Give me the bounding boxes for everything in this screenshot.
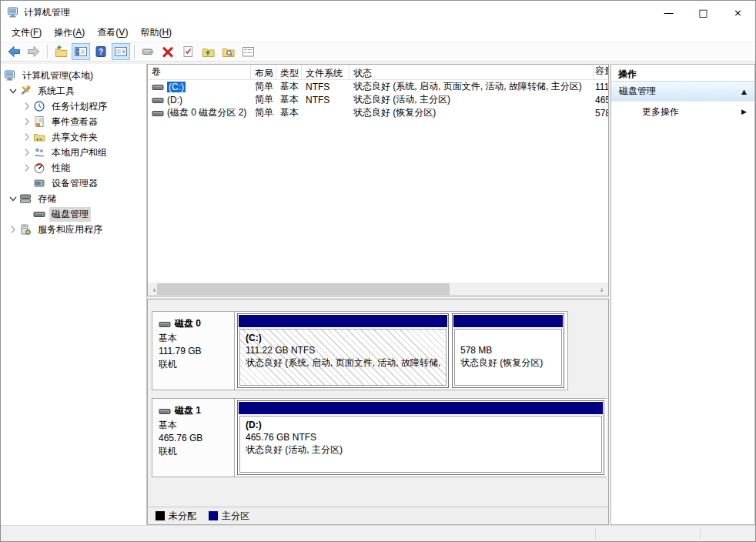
disk-size: 111.79 GB	[159, 345, 229, 358]
disk-1-label[interactable]: 磁盘 1 基本 465.76 GB 联机	[152, 399, 235, 477]
scroll-right-arrow[interactable]: ›	[595, 283, 608, 296]
list-view-button[interactable]	[239, 43, 257, 60]
chevron-right-icon[interactable]	[21, 131, 33, 143]
chevron-right-icon[interactable]	[7, 223, 19, 236]
disk-0-label[interactable]: 磁盘 0 基本 111.79 GB 联机	[152, 312, 235, 390]
volume-icon	[152, 81, 164, 93]
tree-item-computer-management-local[interactable]: 计算机管理(本地)	[1, 68, 146, 83]
back-icon	[7, 45, 21, 58]
status-bar	[1, 525, 755, 541]
disk-icon	[159, 318, 171, 330]
horizontal-scrollbar[interactable]: ‹ ›	[148, 283, 608, 296]
chevron-right-icon[interactable]	[21, 146, 33, 159]
tree-item-local-users-groups[interactable]: 本地用户和组	[1, 145, 146, 160]
column-header-status[interactable]: 状态	[350, 65, 594, 79]
chevron-right-icon[interactable]	[21, 115, 33, 128]
chevron-down-icon[interactable]	[7, 85, 19, 97]
column-header-capacity[interactable]: 容量	[594, 65, 608, 79]
minimize-button[interactable]: —	[651, 1, 686, 24]
check-document-button[interactable]	[179, 43, 197, 60]
partition-recovery[interactable]: 578 MB 状态良好 (恢复分区)	[452, 313, 564, 388]
chevron-right-icon[interactable]	[21, 162, 33, 174]
help-button[interactable]	[92, 43, 110, 60]
tree-item-device-manager[interactable]: 设备管理器	[1, 176, 146, 191]
menu-file[interactable]: 文件(F)	[5, 25, 48, 41]
column-header-volume[interactable]: 卷	[148, 65, 251, 79]
statusbar-separator	[595, 528, 596, 539]
tree-item-shared-folders[interactable]: 共享文件夹	[1, 129, 146, 145]
volume-row-c[interactable]: (C:) 简单 基本 NTFS 状态良好 (系统, 启动, 页面文件, 活动, …	[148, 80, 608, 93]
tree-item-event-viewer[interactable]: 事件查看器	[1, 114, 146, 129]
tree-item-task-scheduler[interactable]: 任务计划程序	[1, 99, 146, 114]
partition-c[interactable]: (C:) 111.22 GB NTFS 状态良好 (系统, 启动, 页面文件, …	[237, 313, 449, 388]
tree-item-system-tools[interactable]: 系统工具	[1, 83, 146, 99]
system-tools-icon	[19, 85, 32, 97]
forward-icon	[27, 45, 41, 58]
computer-management-window: 计算机管理 — □ × 文件(F) 操作(A) 查看(V) 帮助(H)	[0, 0, 756, 542]
center-pane: 卷 布局 类型 文件系统 状态 容量 (C:) 简单 基本 NTFS 状态良好 …	[147, 64, 609, 525]
legend-unallocated: 未分配	[156, 510, 196, 523]
computer-management-app-icon	[7, 6, 19, 18]
help-icon	[95, 45, 107, 58]
volume-row-d[interactable]: (D:) 简单 基本 NTFS 状态良好 (活动, 主分区) 465.76 GB	[148, 93, 608, 106]
computer-icon	[4, 69, 17, 82]
scrollbar-thumb[interactable]	[157, 283, 450, 295]
maximize-button[interactable]: □	[686, 1, 721, 24]
actions-pane: 操作 磁盘管理 ▲ 更多操作 ▶	[610, 64, 755, 525]
more-actions-item[interactable]: 更多操作 ▶	[611, 102, 754, 122]
disk-status: 联机	[159, 445, 229, 458]
storage-icon	[19, 192, 32, 205]
disk-status: 联机	[159, 358, 229, 371]
tree-item-storage[interactable]: 存储	[1, 191, 146, 206]
submenu-arrow-icon: ▶	[741, 108, 747, 115]
shared-folders-icon	[33, 131, 46, 143]
folder-up-arrow-button[interactable]	[199, 43, 217, 60]
tree-item-disk-management[interactable]: 磁盘管理	[1, 206, 146, 222]
local-users-groups-icon	[33, 146, 46, 159]
rescan-disks-button[interactable]	[139, 43, 157, 60]
window-controls: — □ ×	[651, 1, 755, 24]
forward-button[interactable]	[25, 43, 43, 60]
title-bar: 计算机管理 — □ ×	[1, 1, 755, 24]
column-header-layout[interactable]: 布局	[251, 65, 276, 79]
menu-help[interactable]: 帮助(H)	[134, 25, 178, 41]
column-header-type[interactable]: 类型	[276, 65, 302, 79]
console-tree-toggle-button[interactable]	[72, 43, 90, 60]
partition-color-bar	[239, 315, 447, 327]
performance-icon	[33, 162, 46, 174]
delete-button[interactable]	[159, 43, 177, 60]
rescan-disks-icon	[142, 45, 154, 58]
close-button[interactable]: ×	[721, 1, 755, 24]
toolbar-separator	[134, 45, 135, 59]
disk-size: 465.76 GB	[159, 432, 229, 445]
column-header-filesystem[interactable]: 文件系统	[302, 65, 350, 79]
actions-group-disk-management[interactable]: 磁盘管理 ▲	[611, 82, 754, 102]
console-tree-pane: 计算机管理(本地) 系统工具 任务计划程序 事件查看器 共享文件夹	[1, 64, 147, 525]
back-button[interactable]	[5, 43, 23, 60]
disk-icon	[159, 405, 171, 417]
tree-item-services-applications[interactable]: 服务和应用程序	[1, 222, 146, 237]
volume-list-pane: 卷 布局 类型 文件系统 状态 容量 (C:) 简单 基本 NTFS 状态良好 …	[147, 64, 609, 296]
action-pane-icon	[114, 45, 128, 58]
delete-icon	[162, 45, 174, 59]
chevron-down-icon[interactable]	[7, 192, 19, 205]
collapse-icon[interactable]: ▲	[741, 88, 747, 95]
volume-row-disk0-partition2[interactable]: (磁盘 0 磁盘分区 2) 简单 基本 状态良好 (恢复分区) 578 MB	[148, 106, 608, 119]
volume-icon	[152, 94, 164, 106]
partition-d[interactable]: (D:) 465.76 GB NTFS 状态良好 (活动, 主分区)	[237, 400, 604, 475]
action-pane-toggle-button[interactable]	[112, 43, 130, 60]
check-document-icon	[182, 45, 194, 58]
disk-0-row: 磁盘 0 基本 111.79 GB 联机 (C:) 111.22 GB NTFS…	[152, 311, 568, 390]
disk-1-row: 磁盘 1 基本 465.76 GB 联机 (D:) 465.76 GB NTFS…	[152, 398, 607, 477]
up-folder-button[interactable]	[52, 43, 70, 60]
toolbar	[1, 42, 755, 62]
statusbar-separator	[700, 528, 701, 539]
tree-item-performance[interactable]: 性能	[1, 160, 146, 176]
partition-color-bar	[239, 402, 603, 414]
menu-action[interactable]: 操作(A)	[48, 25, 91, 41]
chevron-right-icon[interactable]	[21, 100, 33, 112]
menu-view[interactable]: 查看(V)	[91, 25, 134, 41]
menu-bar: 文件(F) 操作(A) 查看(V) 帮助(H)	[1, 24, 755, 42]
disk-type: 基本	[159, 419, 229, 432]
explore-button[interactable]	[219, 43, 237, 60]
